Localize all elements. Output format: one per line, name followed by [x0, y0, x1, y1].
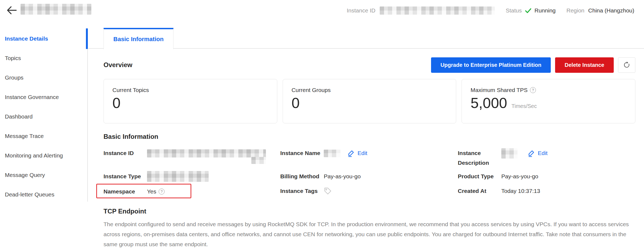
active-indicator-bar	[86, 28, 88, 49]
instance-id-value-redacted	[380, 6, 495, 15]
field-label: Instance Tags	[280, 186, 324, 196]
card-value: 0	[292, 94, 300, 111]
sidebar-item-label: Topics	[5, 55, 21, 61]
upgrade-button[interactable]: Upgrade to Enterprise Platinum Edition	[431, 57, 551, 73]
region-label: Region	[566, 7, 585, 14]
field-instance-description: Instance Description Edit	[458, 148, 635, 168]
card-label: Current Groups	[292, 87, 448, 93]
instance-id-label: Instance ID	[347, 7, 375, 14]
status-value: Running	[535, 7, 556, 14]
field-label: Product Type	[458, 172, 501, 181]
tcp-endpoint-title: TCP Endpoint	[104, 207, 635, 215]
card-value: 0	[112, 94, 121, 111]
edit-pencil-icon	[527, 149, 535, 157]
basic-information-title: Basic Information	[104, 133, 635, 141]
field-instance-id: Instance ID	[104, 148, 280, 168]
field-product-type: Product Type Pay-as-you-go	[458, 172, 635, 181]
field-value	[147, 172, 209, 182]
sidebar-item-label: Dead-letter Queues	[5, 191, 54, 198]
namespace-value: Yes	[147, 187, 156, 196]
instance-id-value-redacted	[147, 149, 266, 157]
sidebar-item-instance-governance[interactable]: Instance Governance	[0, 87, 87, 107]
edit-instance-description-link[interactable]: Edit	[527, 148, 548, 158]
sidebar-item-label: Dashboard	[5, 113, 33, 120]
sidebar-item-groups[interactable]: Groups	[0, 68, 87, 87]
sidebar-item-dashboard[interactable]: Dashboard	[0, 107, 87, 126]
instance-tags-button[interactable]	[324, 187, 332, 195]
tag-icon	[324, 187, 332, 195]
tab-basic-information[interactable]: Basic Information	[104, 28, 173, 49]
tab-label: Basic Information	[114, 36, 164, 43]
field-value: Yes ?	[147, 187, 165, 196]
card-current-groups: Current Groups 0	[283, 79, 456, 123]
tcp-endpoint-description: The endpoint configured to send and rece…	[104, 219, 635, 249]
region-value: China (Hangzhou)	[588, 7, 634, 14]
card-label: Maximum Shared TPS	[471, 87, 528, 93]
card-current-topics: Current Topics 0	[104, 79, 277, 123]
sidebar-item-topics[interactable]: Topics	[0, 48, 87, 68]
field-created-at: Created At Today 10:37:13	[458, 186, 635, 196]
field-billing-method: Billing Method Pay-as-you-go	[280, 172, 458, 181]
edit-instance-name-link[interactable]: Edit	[347, 148, 367, 158]
field-value: Edit	[324, 148, 367, 158]
sidebar-item-label: Message Query	[5, 172, 45, 178]
back-button[interactable]	[5, 4, 17, 16]
field-instance-name: Instance Name Edit	[280, 148, 458, 168]
card-label: Current Topics	[112, 87, 268, 93]
sidebar-item-label: Monitoring and Alerting	[5, 152, 63, 159]
field-label: Created At	[458, 186, 501, 196]
sidebar-item-monitoring-and-alerting[interactable]: Monitoring and Alerting	[0, 146, 87, 165]
sidebar-item-message-trace[interactable]: Message Trace	[0, 126, 87, 146]
instance-description-value-redacted	[501, 148, 518, 159]
field-label: Namespace	[104, 187, 147, 196]
sidebar-item-message-query[interactable]: Message Query	[0, 165, 87, 185]
fields-column-3: Instance Description Edit	[458, 148, 635, 196]
page-title-redacted	[21, 4, 91, 15]
basic-information-fields: Instance ID Instance Type	[104, 148, 635, 196]
delete-instance-button[interactable]: Delete Instance	[555, 57, 614, 73]
action-buttons: Upgrade to Enterprise Platinum Edition D…	[431, 57, 635, 73]
created-at-value: Today 10:37:13	[501, 186, 540, 196]
edit-label: Edit	[538, 148, 548, 158]
instance-details-page: Instance ID Status Running Region China …	[0, 0, 644, 250]
overview-title: Overview	[104, 61, 132, 69]
edit-pencil-icon	[347, 149, 355, 157]
field-label: Billing Method	[280, 172, 324, 181]
field-label: Instance Name	[280, 148, 324, 158]
header-meta: Instance ID Status Running Region China …	[347, 6, 634, 15]
tab-bar: Basic Information	[88, 28, 644, 49]
card-maximum-shared-tps: Maximum Shared TPS ? 5,000 Times/Sec	[462, 79, 635, 123]
sidebar-item-label: Groups	[5, 74, 24, 81]
main-panel: Basic Information Overview Upgrade to En…	[88, 28, 644, 250]
overview-header-row: Overview Upgrade to Enterprise Platinum …	[104, 57, 635, 73]
sidebar-item-label: Message Trace	[5, 133, 44, 139]
instance-type-value-redacted	[147, 171, 209, 182]
refresh-button[interactable]	[618, 57, 635, 73]
field-value: Edit	[501, 148, 548, 159]
card-unit: Times/Sec	[511, 103, 537, 109]
billing-method-value: Pay-as-you-go	[324, 172, 361, 181]
fields-column-1: Instance ID Instance Type	[104, 148, 280, 196]
refresh-icon	[623, 61, 630, 69]
sidebar: Instance Details Topics Groups Instance …	[0, 29, 88, 202]
sidebar-item-instance-details[interactable]: Instance Details	[0, 29, 87, 48]
tps-help-icon[interactable]: ?	[530, 87, 536, 93]
stat-cards: Current Topics 0 Current Groups 0 Maximu…	[104, 79, 635, 123]
field-label: Instance ID	[104, 148, 147, 158]
content-area: Overview Upgrade to Enterprise Platinum …	[88, 57, 644, 249]
card-value: 5,000	[471, 94, 507, 111]
sidebar-item-label: Instance Details	[5, 35, 48, 42]
back-arrow-icon	[5, 4, 17, 16]
status-check-icon	[525, 7, 532, 14]
instance-id-value-redacted	[251, 157, 266, 164]
namespace-help-icon[interactable]: ?	[159, 189, 165, 195]
fields-column-2: Instance Name Edit	[280, 148, 458, 196]
field-label: Instance Type	[104, 172, 147, 181]
field-instance-type: Instance Type	[104, 172, 280, 182]
status-label: Status	[506, 7, 522, 14]
edit-label: Edit	[358, 148, 367, 158]
sidebar-item-dead-letter-queues[interactable]: Dead-letter Queues	[0, 185, 87, 204]
field-namespace: Namespace Yes ?	[104, 187, 280, 196]
product-type-value: Pay-as-you-go	[501, 172, 538, 181]
instance-name-value-redacted	[324, 150, 341, 157]
